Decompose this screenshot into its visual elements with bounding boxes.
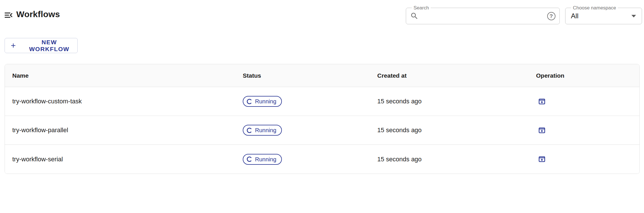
archive-button[interactable] [535,153,548,166]
running-spinner-icon [246,99,252,105]
status-label: Running [255,127,276,133]
status-label: Running [255,99,276,104]
help-icon: ? [547,12,555,20]
table-header-row: Name Status Created at Operation [5,64,639,87]
namespace-select[interactable]: Choose namespace All [565,8,642,24]
column-header-operation: Operation [536,72,639,79]
column-header-status: Status [243,72,377,79]
search-input[interactable] [422,10,546,22]
table-row[interactable]: try-workflow-serial Running 15 seconds a… [5,145,639,174]
created-at: 15 seconds ago [377,98,422,105]
archive-icon [538,126,546,134]
new-workflow-button-label: NEW WORKFLOW [21,39,77,53]
status-label: Running [255,156,276,162]
table-body: try-workflow-custom-task Running 15 seco… [5,87,639,174]
running-spinner-icon [246,156,252,162]
search-field-label: Search [412,5,431,11]
workflow-name: try-workflow-custom-task [12,98,82,105]
table-row[interactable]: try-workflow-parallel Running 15 seconds… [5,116,639,145]
new-workflow-button[interactable]: NEW WORKFLOW [5,38,78,53]
archive-icon [538,97,546,106]
namespace-selected-value: All [571,12,631,20]
workflow-name: try-workflow-serial [12,156,63,163]
table-row[interactable]: try-workflow-custom-task Running 15 seco… [5,87,639,116]
archive-button[interactable] [535,95,548,108]
workflows-table: Name Status Created at Operation try-wor… [5,64,640,174]
created-at: 15 seconds ago [377,156,422,163]
created-at: 15 seconds ago [377,126,422,134]
search-help-button[interactable]: ? [546,11,556,21]
archive-icon [538,155,546,163]
menu-open-icon [3,10,14,21]
archive-button[interactable] [535,124,548,136]
workflow-name: try-workflow-parallel [12,126,68,134]
chevron-down-icon [631,15,636,17]
running-spinner-icon [246,127,252,133]
page-title: Workflows [16,9,60,19]
search-icon [410,12,419,20]
status-badge: Running [243,125,282,136]
status-badge: Running [243,154,282,165]
namespace-select-label: Choose namespace [571,5,618,11]
plus-icon [10,42,17,49]
column-header-name: Name [12,72,243,79]
status-badge: Running [243,96,282,107]
search-field[interactable]: Search ? [406,8,560,24]
menu-toggle-button[interactable] [3,10,14,21]
column-header-created: Created at [377,72,536,79]
